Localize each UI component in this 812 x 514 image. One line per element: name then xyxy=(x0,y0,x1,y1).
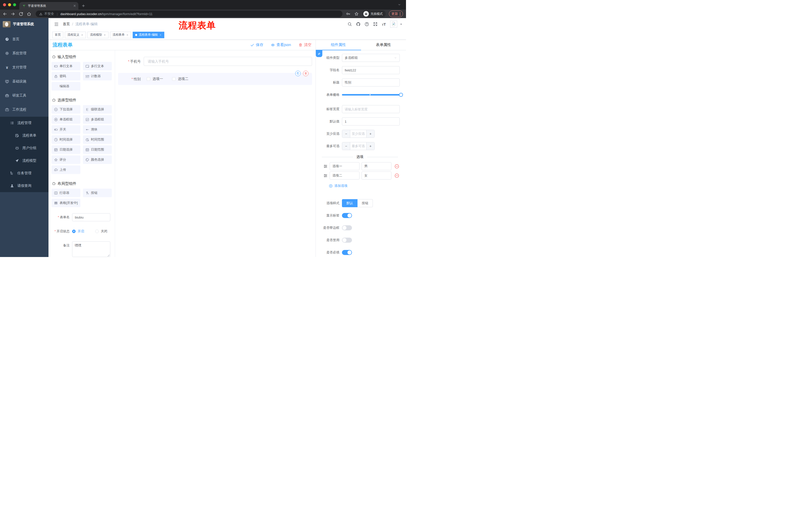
tag-item[interactable]: 流程模型 xyxy=(87,32,109,38)
remove-option-icon[interactable] xyxy=(395,164,399,169)
sidebar-collapse-icon[interactable] xyxy=(54,22,59,27)
reload-icon[interactable] xyxy=(19,11,23,16)
avatar[interactable] xyxy=(390,21,397,28)
palette-item[interactable]: 开关 xyxy=(52,125,80,134)
bookmark-star-icon[interactable] xyxy=(354,11,359,16)
tag-item[interactable]: 流程定义 xyxy=(65,32,86,38)
sidebar-item[interactable]: 基础设施 xyxy=(0,75,49,88)
drag-handle-icon[interactable] xyxy=(323,173,328,178)
designer-action-clear[interactable]: 清空 xyxy=(298,43,312,47)
max-select-placeholder[interactable]: 最多可选 xyxy=(350,142,366,150)
help-icon[interactable] xyxy=(365,22,369,26)
palette-item[interactable]: 密码 xyxy=(52,72,80,80)
sidebar-item[interactable]: 流程管理 xyxy=(0,117,49,129)
font-size-icon[interactable]: TT xyxy=(382,22,386,26)
field-name-input[interactable] xyxy=(342,66,400,74)
traffic-light-minimize[interactable] xyxy=(8,3,11,6)
palette-item[interactable]: 上传 xyxy=(52,165,80,174)
sidebar-item[interactable]: 研发工具 xyxy=(0,88,49,103)
palette-item[interactable]: 下拉选择 xyxy=(52,105,80,114)
traffic-light-close[interactable] xyxy=(3,3,6,6)
phone-input[interactable] xyxy=(144,57,312,66)
traffic-light-zoom[interactable] xyxy=(13,3,16,6)
avatar-caret-icon[interactable] xyxy=(400,23,403,26)
url-bar[interactable]: 不安全 | dashboard.yudao.iocoder.cn/bpm/man… xyxy=(36,10,343,17)
palette-item[interactable]: 滑块 xyxy=(83,125,112,134)
github-icon[interactable] xyxy=(356,22,360,26)
sidebar-item[interactable]: ¥支付管理 xyxy=(0,60,49,75)
designer-action-view-json[interactable]: 查看json xyxy=(271,43,291,47)
stepper-plus-button[interactable]: + xyxy=(366,142,374,150)
radio-off[interactable] xyxy=(95,229,99,233)
palette-item[interactable]: 颜色选择 xyxy=(83,155,112,164)
selected-component-block[interactable]: *性别 选项一选项二 xyxy=(118,73,312,85)
tab-close-icon[interactable] xyxy=(73,4,76,7)
copy-component-button[interactable] xyxy=(295,71,301,76)
home-icon[interactable] xyxy=(27,11,31,16)
palette-item[interactable]: 日期选择 xyxy=(52,145,80,154)
style-option-default[interactable]: 默认 xyxy=(342,199,357,207)
slider-handle[interactable] xyxy=(399,93,403,97)
palette-item[interactable]: 多行文本 xyxy=(83,62,112,71)
password-key-icon[interactable] xyxy=(346,11,350,16)
drag-handle-icon[interactable] xyxy=(323,164,328,168)
option-value-input[interactable] xyxy=(361,162,392,170)
toggle-off[interactable] xyxy=(342,225,352,231)
grid-slider[interactable] xyxy=(342,91,402,99)
designer-action-save[interactable]: 保存 xyxy=(250,43,263,47)
form-remark-textarea[interactable]: 嘿嘿 xyxy=(72,241,110,257)
stepper-plus-button[interactable]: + xyxy=(366,130,374,138)
fullscreen-icon[interactable] xyxy=(373,22,378,26)
tag-close-icon[interactable] xyxy=(81,34,83,36)
search-icon[interactable] xyxy=(347,22,352,26)
palette-item[interactable]: 时间选择 xyxy=(52,135,80,144)
update-button[interactable]: 更新 xyxy=(389,10,403,17)
palette-item[interactable]: 编辑器 xyxy=(52,82,80,90)
add-option-button[interactable]: 添加选项 xyxy=(329,184,402,188)
stepper-minus-button[interactable]: − xyxy=(342,130,350,138)
forward-icon[interactable] xyxy=(10,11,15,16)
sidebar-item[interactable]: 工作流程 xyxy=(0,103,49,117)
palette-item[interactable]: 行容器 xyxy=(52,189,80,197)
palette-item[interactable]: 表格[开发中] xyxy=(52,199,80,207)
tag-item[interactable]: 流程表单 xyxy=(110,32,131,38)
tag-close-icon[interactable] xyxy=(126,34,128,36)
label-width-input[interactable] xyxy=(342,105,400,113)
palette-item[interactable]: 123计数器 xyxy=(83,72,112,80)
tag-close-icon[interactable] xyxy=(159,34,162,36)
back-icon[interactable] xyxy=(2,11,7,16)
sidebar-item[interactable]: 首页 xyxy=(0,32,49,46)
tab-strip-chevron-icon[interactable] xyxy=(398,3,401,6)
checkbox-option[interactable]: 选项二 xyxy=(172,77,188,81)
toggle-on[interactable] xyxy=(342,250,352,255)
checkbox-icon[interactable] xyxy=(172,77,176,81)
palette-item[interactable]: 单行文本 xyxy=(52,62,80,71)
radio-on[interactable] xyxy=(72,229,76,233)
tag-active[interactable]: 流程表单-编辑 xyxy=(133,32,164,38)
toggle-on[interactable] xyxy=(342,213,352,218)
palette-item[interactable]: 单选框组 xyxy=(52,115,80,124)
option-value-input[interactable] xyxy=(361,171,392,180)
new-tab-button[interactable] xyxy=(81,4,85,8)
sidebar-item[interactable]: 流程模型 xyxy=(0,154,49,167)
checkbox-icon[interactable] xyxy=(147,77,150,81)
min-select-placeholder[interactable]: 至少应选 xyxy=(350,130,366,138)
palette-item[interactable]: 时间范围 xyxy=(83,135,112,144)
breadcrumb-home[interactable]: 首页 xyxy=(63,22,70,26)
sidebar-item[interactable]: 请假查询 xyxy=(0,180,49,192)
title-input[interactable] xyxy=(342,78,400,86)
sidebar-item[interactable]: 任务管理 xyxy=(0,167,49,180)
default-value-input[interactable] xyxy=(342,117,400,126)
tag-close-icon[interactable] xyxy=(104,34,106,36)
delete-component-button[interactable] xyxy=(303,71,309,76)
palette-item[interactable]: 按钮 xyxy=(83,189,112,197)
sidebar-item[interactable]: 系统管理 xyxy=(0,46,49,60)
stepper-minus-button[interactable]: − xyxy=(342,142,350,150)
browser-menu-icon[interactable] xyxy=(400,12,401,16)
palette-item[interactable]: 级联选择 xyxy=(83,105,112,114)
option-label-input[interactable] xyxy=(330,162,359,170)
sidebar-item[interactable]: 用户分组 xyxy=(0,142,49,154)
component-type-select[interactable]: 多选框组 xyxy=(342,54,400,62)
palette-item[interactable]: 日期范围 xyxy=(83,145,112,154)
palette-item[interactable]: 多选框组 xyxy=(83,115,112,124)
